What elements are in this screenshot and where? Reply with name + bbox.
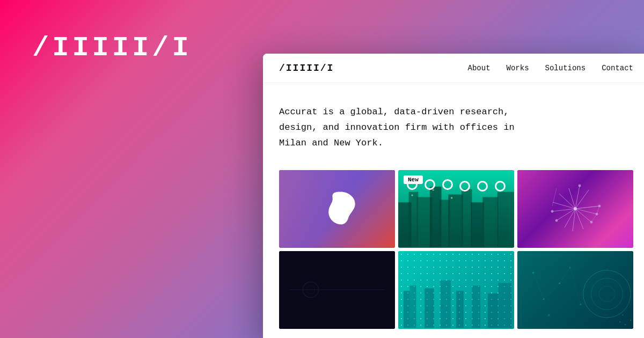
svg-line-58 <box>533 273 544 299</box>
svg-point-51 <box>599 286 614 302</box>
svg-rect-42 <box>410 285 416 328</box>
svg-rect-45 <box>456 291 464 328</box>
svg-point-55 <box>569 267 571 268</box>
svg-rect-10 <box>497 192 514 247</box>
eye-dot <box>425 179 435 190</box>
blob-shape <box>322 187 360 230</box>
svg-line-36 <box>591 214 597 222</box>
svg-rect-43 <box>425 288 434 328</box>
svg-line-18 <box>573 209 575 231</box>
browser-window: /IIIII/I About Works Solutions Contact A… <box>263 54 644 338</box>
svg-rect-48 <box>499 283 512 328</box>
svg-point-49 <box>583 270 631 317</box>
dark-lines <box>279 251 395 329</box>
svg-rect-47 <box>488 293 499 328</box>
city-overlay <box>398 274 514 329</box>
nav-links: About Works Solutions Contact <box>468 64 633 72</box>
nav-works[interactable]: Works <box>507 64 529 72</box>
svg-point-52 <box>532 272 534 274</box>
portfolio-item-1[interactable] <box>279 170 395 248</box>
svg-point-62 <box>630 320 631 321</box>
svg-line-60 <box>560 267 570 283</box>
svg-rect-7 <box>462 189 472 247</box>
svg-rect-46 <box>472 285 480 328</box>
background-logo: /IIIII/I <box>32 32 192 64</box>
svg-line-61 <box>570 267 581 304</box>
nav-about[interactable]: About <box>468 64 491 72</box>
eye-dot <box>442 179 453 190</box>
svg-rect-6 <box>448 194 463 247</box>
circles-svg <box>517 251 633 329</box>
svg-rect-8 <box>471 202 484 247</box>
eye-dot <box>495 181 506 192</box>
svg-point-63 <box>625 324 626 325</box>
svg-point-31 <box>551 210 553 212</box>
hero-text: Accurat is a global, data-driven researc… <box>279 105 537 151</box>
portfolio-item-5[interactable] <box>398 251 514 329</box>
svg-line-34 <box>575 206 599 209</box>
portfolio-item-2[interactable]: New <box>398 170 514 248</box>
svg-rect-11 <box>412 194 413 196</box>
starburst-svg <box>546 179 605 238</box>
nav-logo: /IIIII/I <box>279 63 334 74</box>
svg-point-64 <box>619 321 620 322</box>
svg-rect-9 <box>482 197 498 247</box>
svg-point-50 <box>591 278 623 310</box>
svg-point-30 <box>555 219 558 222</box>
navigation: /IIIII/I About Works Solutions Contact <box>263 54 644 83</box>
svg-rect-44 <box>441 281 451 328</box>
svg-rect-13 <box>451 197 452 199</box>
portfolio-item-6[interactable] <box>517 251 633 329</box>
new-badge: New <box>404 175 423 184</box>
nav-contact[interactable]: Contact <box>602 64 633 72</box>
eye-dot <box>459 181 470 192</box>
svg-point-32 <box>579 185 581 187</box>
eye-dot <box>477 181 488 192</box>
portfolio-grid: New <box>279 170 633 329</box>
svg-line-19 <box>565 209 575 227</box>
svg-line-59 <box>544 283 559 299</box>
nav-solutions[interactable]: Solutions <box>545 64 586 72</box>
svg-point-57 <box>548 314 550 315</box>
main-content: Accurat is a global, data-driven researc… <box>263 83 644 338</box>
portfolio-item-4[interactable] <box>279 251 395 329</box>
svg-point-65 <box>622 314 623 315</box>
svg-line-35 <box>597 206 599 214</box>
portfolio-item-3[interactable] <box>517 170 633 248</box>
